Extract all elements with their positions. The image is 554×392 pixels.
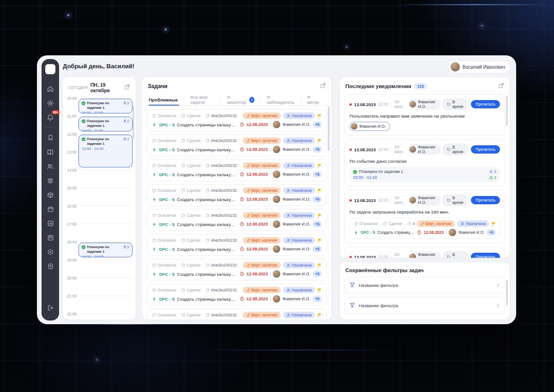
assigned-chip[interactable]: Назначена	[283, 113, 315, 119]
notifications-panel: Последние уведомления 123 13.08.2023 12:…	[339, 77, 510, 258]
calendar-scrollbar[interactable]	[132, 106, 134, 139]
doc-mini-icon	[181, 263, 185, 267]
virtual-availability-chip[interactable]: Вирт. наличие	[243, 137, 281, 144]
more-assignees-chip[interactable]: +5	[487, 229, 496, 236]
open-external-icon[interactable]	[320, 82, 326, 90]
task-card[interactable]: Основное· Сделки· ИнвЗкз/00232 Вирт. нал…	[147, 259, 327, 281]
task-card[interactable]: Основное· Сделки· ИнвЗкз/00232 Вирт. нал…	[147, 234, 327, 256]
assigned-chip[interactable]: Назначена	[283, 237, 315, 244]
virtual-availability-chip[interactable]: Вирт. наличие	[243, 162, 281, 169]
assigned-chip[interactable]: Назначена	[283, 162, 315, 169]
read-button[interactable]: Прочитать	[471, 253, 500, 258]
calendar-event[interactable]: Планерка по задачам 1 2 12:00 - 14:00	[78, 135, 132, 167]
archive-button[interactable]: В архив	[443, 194, 469, 206]
read-button[interactable]: Прочитать	[471, 145, 500, 154]
archive-button[interactable]: В архив	[443, 143, 469, 155]
task-card[interactable]: Основное· Сделки· ИнвЗкз/00232 Вирт. нал…	[147, 159, 327, 181]
read-button[interactable]: Прочитать	[471, 196, 500, 204]
flag-icon	[317, 238, 322, 243]
more-assignees-chip[interactable]: +5	[313, 196, 322, 202]
saved-filter-row[interactable]: Название фильтра	[344, 297, 505, 314]
assigned-chip[interactable]: Назначена	[283, 137, 315, 144]
tab-problem[interactable]: Проблемные	[149, 94, 184, 105]
open-external-icon[interactable]	[498, 82, 504, 90]
link-icon	[246, 288, 250, 292]
tab-observer[interactable]: Я наблюдатель	[260, 94, 301, 105]
tab-acceptor[interactable]: Я акцептор 2	[221, 94, 260, 105]
notifications-scrollbar[interactable]	[506, 95, 508, 126]
disc-icon[interactable]	[44, 246, 56, 258]
document-icon[interactable]	[44, 261, 56, 273]
more-assignees-chip[interactable]: +5	[313, 296, 322, 302]
task-card[interactable]: Основное· Сделки· ИнвЗкз/00232 Вирт. нал…	[147, 184, 327, 206]
tab-author[interactable]: Я автор	[301, 94, 325, 105]
user-profile-chip[interactable]: Василий Иванович	[448, 60, 511, 73]
tab-all-my-tasks[interactable]: Все мои задачи	[184, 94, 220, 105]
calendar-event[interactable]: Планерка по задачам 1 2 18:00 - 19:00	[78, 243, 132, 257]
person-attachment-chip[interactable]: Фамилия И.О.	[349, 122, 390, 131]
users-icon[interactable]	[44, 160, 56, 172]
cube-icon[interactable]	[44, 189, 56, 201]
more-assignees-chip[interactable]: +5	[313, 121, 322, 128]
task-card[interactable]: Основное· Сделки· ИнвЗкз/00232 Вирт. нал…	[147, 134, 327, 156]
assigned-chip[interactable]: Назначена	[283, 262, 315, 268]
task-card[interactable]: Основное· Сделки· ИнвЗкз/00232 Вирт. нал…	[147, 284, 327, 306]
virtual-availability-chip[interactable]: Вирт. наличие	[243, 212, 281, 219]
virtual-availability-chip[interactable]: Вирт. наличие	[243, 237, 281, 244]
chart-square-icon[interactable]	[44, 218, 56, 230]
archive-button[interactable]: В архив	[443, 98, 469, 110]
open-external-icon[interactable]	[124, 83, 130, 92]
event-summary-card[interactable]: Планерка по задачам 1 00:00 - 01:00 2 2	[349, 167, 500, 182]
task-card[interactable]: Основное· Сделки· ИнвЗкз/00232 Вирт. нал…	[147, 109, 327, 131]
virtual-availability-chip[interactable]: Вирт. наличие	[243, 187, 281, 194]
more-assignees-chip[interactable]: +5	[313, 171, 322, 178]
assigned-chip[interactable]: Назначена	[283, 312, 315, 318]
task-title: Создать страницы калькулятора и чата	[177, 222, 237, 227]
saved-filter-row[interactable]: Название фильтра	[344, 277, 505, 293]
sender-chip[interactable]: Фамилия И.О.	[409, 99, 440, 110]
calendar-event[interactable]: Планерка по задачам 1 2 10:00 - 11:00	[78, 117, 132, 131]
assigned-chip[interactable]: Назначена	[283, 287, 315, 293]
assigned-chip[interactable]: Назначена	[283, 187, 315, 194]
bell-icon[interactable]: 99+	[44, 112, 56, 124]
task-key: SPC - 5	[159, 297, 175, 302]
task-card[interactable]: Основное· Сделки· ИнвЗкз/00232 Вирт. нал…	[349, 218, 500, 239]
tasks-scrollbar[interactable]	[328, 107, 330, 151]
calendar-event[interactable]: Планерка по задачам 1 2 10:00 - 11:00	[78, 99, 132, 113]
filters-scrollbar[interactable]	[506, 280, 508, 306]
more-assignees-chip[interactable]: +5	[313, 146, 322, 153]
virtual-availability-chip[interactable]: Вирт. наличие	[417, 220, 455, 227]
task-title: Создать страницы калькулятора и чата	[378, 230, 415, 235]
more-assignees-chip[interactable]: +5	[313, 221, 322, 227]
home-icon[interactable]	[44, 83, 56, 95]
more-assignees-chip[interactable]: +5	[313, 246, 322, 252]
sender-chip[interactable]: Фамилия И.О.	[409, 251, 440, 258]
sender-chip[interactable]: Фамилия И.О.	[409, 195, 440, 206]
assigned-chip[interactable]: Назначена	[283, 212, 315, 219]
logout-icon[interactable]	[44, 302, 56, 314]
virtual-availability-chip[interactable]: Вирт. наличие	[243, 312, 281, 318]
assignee-avatar	[273, 146, 280, 153]
layers-icon[interactable]	[44, 175, 56, 187]
more-assignees-chip[interactable]: +5	[313, 271, 322, 277]
assignee-avatar	[273, 270, 280, 278]
hour-row: 17:00	[63, 224, 136, 242]
card-icon[interactable]	[44, 232, 56, 244]
app-logo[interactable]	[45, 64, 55, 74]
assigned-chip[interactable]: Назначена	[457, 220, 489, 227]
task-card[interactable]: Основное· Сделки· ИнвЗкз/00232 Вирт. нал…	[147, 209, 327, 231]
calendar-icon[interactable]	[44, 203, 56, 215]
user-name: Василий Иванович	[463, 64, 505, 70]
bookmark-icon[interactable]	[44, 132, 56, 144]
read-button[interactable]: Прочитать	[471, 100, 500, 108]
book-icon[interactable]	[44, 146, 56, 158]
virtual-availability-chip[interactable]: Вирт. наличие	[243, 113, 281, 119]
task-card[interactable]: Основное· Сделки· ИнвЗкз/00232 Вирт. нал…	[147, 309, 327, 320]
archive-button[interactable]: В архив	[443, 251, 469, 258]
virtual-availability-chip[interactable]: Вирт. наличие	[243, 262, 281, 268]
link-icon	[246, 139, 250, 143]
sender-chip[interactable]: Фамилия И.О.	[409, 144, 440, 155]
virtual-availability-chip[interactable]: Вирт. наличие	[243, 287, 281, 293]
settings-gear-icon[interactable]	[44, 97, 56, 109]
task-title: Создать страницы калькулятора и чата	[177, 172, 237, 177]
